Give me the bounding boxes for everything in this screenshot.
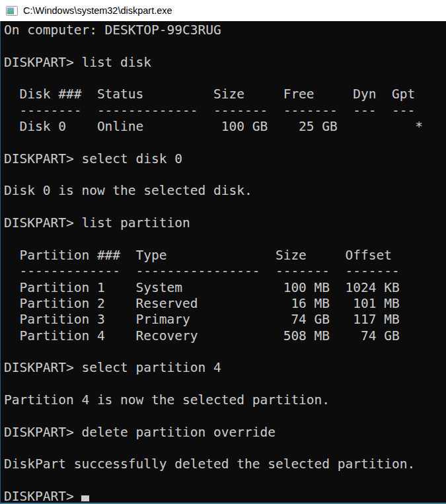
terminal-line-blank xyxy=(4,135,446,151)
partition-table-row: Partition 1 System 100 MB 1024 KB xyxy=(4,280,446,296)
terminal-command-select-disk: DISKPART> select disk 0 xyxy=(4,151,446,167)
terminal-line-blank xyxy=(4,71,446,87)
terminal-line-blank xyxy=(4,231,446,247)
disk-table-divider: -------- ------------- ------- ------- -… xyxy=(4,103,446,119)
partition-table-divider: ------------- ---------------- ------- -… xyxy=(4,264,446,279)
terminal-message-partition-selected: Partition 4 is now the selected partitio… xyxy=(4,392,446,408)
terminal-line-blank xyxy=(4,441,446,456)
partition-table-row: Partition 3 Primary 74 GB 117 MB xyxy=(4,312,446,328)
terminal-message-disk-selected: Disk 0 is now the selected disk. xyxy=(4,183,446,199)
disk-table-header: Disk ### Status Size Free Dyn Gpt xyxy=(4,87,446,102)
terminal-line-on-computer: On computer: DESKTOP-99C3RUG xyxy=(4,22,446,38)
terminal-command-list-disk: DISKPART> list disk xyxy=(4,55,446,71)
disk-table-row: Disk 0 Online 100 GB 25 GB * xyxy=(4,119,446,135)
terminal-line-blank xyxy=(4,473,446,489)
terminal-message-delete-success: DiskPart successfully deleted the select… xyxy=(4,456,446,472)
title-bar[interactable]: C:\Windows\system32\diskpart.exe xyxy=(0,0,446,21)
diskpart-window: C:\Windows\system32\diskpart.exe On comp… xyxy=(0,0,446,504)
window-title: C:\Windows\system32\diskpart.exe xyxy=(23,5,172,16)
console-window-icon[interactable] xyxy=(6,6,18,16)
terminal-line-blank xyxy=(4,199,446,215)
terminal-line-blank xyxy=(4,377,446,392)
terminal-line-blank xyxy=(4,408,446,424)
terminal-line-blank xyxy=(4,38,446,54)
partition-table-row: Partition 2 Reserved 16 MB 101 MB xyxy=(4,296,446,312)
prompt-text: DISKPART> xyxy=(4,489,81,504)
terminal-command-delete-partition: DISKPART> delete partition override xyxy=(4,425,446,441)
terminal-command-list-partition: DISKPART> list partition xyxy=(4,215,446,231)
terminal-line-blank xyxy=(4,167,446,183)
partition-table-row: Partition 4 Recovery 508 MB 74 GB xyxy=(4,328,446,344)
text-cursor xyxy=(81,495,89,501)
terminal-command-select-partition: DISKPART> select partition 4 xyxy=(4,360,446,376)
terminal-output[interactable]: On computer: DESKTOP-99C3RUG DISKPART> l… xyxy=(0,21,446,504)
partition-table-header: Partition ### Type Size Offset xyxy=(4,248,446,264)
prompt-line[interactable]: DISKPART> xyxy=(4,489,446,504)
terminal-line-blank xyxy=(4,344,446,360)
